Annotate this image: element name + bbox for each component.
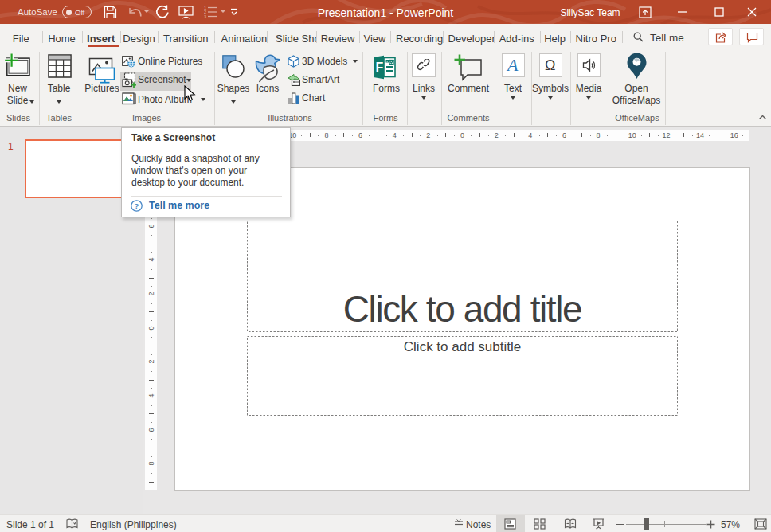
svg-text:3: 3 [204,14,206,19]
svg-text:F: F [376,61,384,74]
svg-text:Ω: Ω [545,57,555,73]
svg-text:?: ? [135,201,139,210]
svg-text:A: A [506,57,519,74]
